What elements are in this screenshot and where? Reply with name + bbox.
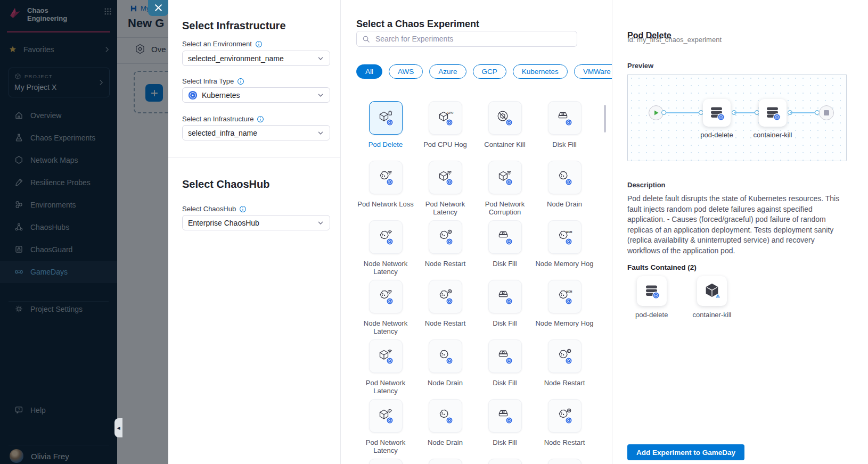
- experiment-icon: [496, 110, 513, 127]
- experiment-card[interactable]: Pod Network Latency: [356, 339, 415, 399]
- add-experiment-to-gameday-button[interactable]: Add Experiment to GameDay: [627, 444, 744, 460]
- experiment-card-tile[interactable]: [429, 459, 462, 464]
- sidebar-collapse-handle[interactable]: ◀: [114, 418, 122, 437]
- experiment-card[interactable]: Node Restart: [535, 399, 594, 459]
- experiment-card[interactable]: CPU Pod CPU Hog: [415, 101, 475, 161]
- experiment-card[interactable]: MEM Node Memory Hog: [535, 280, 594, 339]
- filter-pill[interactable]: All: [356, 64, 382, 79]
- experiment-card-tile[interactable]: [369, 161, 403, 194]
- experiment-card[interactable]: Node Network Latency: [356, 220, 415, 280]
- experiment-card[interactable]: Node Drain: [415, 339, 475, 399]
- experiment-search-input[interactable]: [374, 34, 571, 44]
- svg-text:MEM: MEM: [567, 230, 572, 233]
- experiment-icon: [377, 288, 394, 305]
- experiment-card-tile[interactable]: [369, 220, 403, 254]
- select-experiment-title: Select a Chaos Experiment: [356, 19, 479, 30]
- filter-pill[interactable]: AWS: [389, 64, 423, 79]
- environment-value: selected_environment_name: [188, 54, 284, 63]
- pipeline-node-pod-delete[interactable]: [703, 99, 731, 127]
- experiment-card[interactable]: Pod Network Latency: [356, 399, 415, 459]
- experiment-card-tile[interactable]: [369, 399, 403, 433]
- experiment-icon: [556, 408, 573, 425]
- experiment-card-tile[interactable]: [488, 459, 522, 464]
- experiment-card[interactable]: Node Restart: [535, 459, 594, 464]
- experiment-card[interactable]: Node Drain: [415, 459, 475, 464]
- experiment-card[interactable]: Pod Network Latency: [415, 161, 475, 220]
- experiment-card[interactable]: Node Drain: [535, 161, 594, 220]
- experiment-card-label: Node Memory Hog: [535, 260, 593, 268]
- kubernetes-icon: [188, 90, 198, 100]
- experiment-card[interactable]: MEM Node Memory Hog: [535, 220, 594, 280]
- experiment-card-tile[interactable]: [369, 459, 403, 464]
- experiment-card-tile[interactable]: [548, 339, 582, 373]
- experiment-card-tile[interactable]: [429, 220, 462, 254]
- info-icon[interactable]: [257, 115, 264, 123]
- experiment-card-tile[interactable]: MEM: [548, 220, 582, 254]
- experiment-card-tile[interactable]: [548, 459, 582, 464]
- experiment-card[interactable]: Disk Fill: [475, 220, 535, 280]
- experiment-card-tile[interactable]: [548, 161, 582, 194]
- info-icon[interactable]: [239, 205, 247, 213]
- filter-pill[interactable]: Azure: [429, 64, 466, 79]
- experiment-card-label: Node Drain: [428, 379, 463, 387]
- experiment-card-tile[interactable]: [369, 339, 403, 373]
- experiment-card-tile[interactable]: [488, 339, 522, 373]
- filter-pill[interactable]: Kubernetes: [513, 64, 568, 79]
- info-icon[interactable]: [237, 78, 244, 85]
- pipeline-preview: pod-delete container-kill: [627, 74, 847, 161]
- experiment-card[interactable]: Node Restart: [415, 220, 475, 280]
- experiment-icon: [496, 288, 513, 305]
- experiment-card[interactable]: Disk Fill: [535, 101, 594, 161]
- info-icon[interactable]: [255, 40, 263, 48]
- infra-type-select[interactable]: Kubernetes: [182, 87, 330, 103]
- experiment-card[interactable]: Pod Network Corruption: [475, 161, 535, 220]
- experiment-card-tile[interactable]: [429, 339, 462, 373]
- experiment-card[interactable]: Container Kill: [475, 101, 535, 161]
- fault-item[interactable]: pod-delete: [635, 276, 668, 319]
- chevron-down-icon: [317, 92, 324, 99]
- experiment-card-tile[interactable]: [548, 399, 582, 433]
- experiment-card-tile[interactable]: [369, 101, 403, 135]
- experiment-card[interactable]: Disk Fill: [475, 339, 535, 399]
- experiment-detail-panel: Pod Delete Id: my_first_chaos_experiment…: [612, 0, 868, 464]
- fault-item[interactable]: A container-kill: [692, 276, 731, 319]
- experiment-card-label: Disk Fill: [493, 319, 517, 327]
- experiment-card[interactable]: Disk Fill: [475, 459, 535, 464]
- experiment-card-tile[interactable]: CPU: [429, 101, 462, 135]
- experiment-card[interactable]: Disk Fill: [475, 399, 535, 459]
- filter-pill[interactable]: VMWare: [574, 64, 612, 79]
- experiment-card[interactable]: Node Drain: [415, 399, 475, 459]
- experiment-card-tile[interactable]: [488, 161, 522, 194]
- experiment-card-label: Disk Fill: [493, 379, 517, 387]
- modal-close-button[interactable]: [148, 0, 168, 16]
- grid-scrollbar[interactable]: [604, 105, 606, 132]
- experiment-card[interactable]: Node Restart: [415, 280, 475, 339]
- environment-select[interactable]: selected_environment_name: [182, 51, 330, 66]
- experiment-card-tile[interactable]: MEM: [548, 280, 582, 313]
- experiment-card[interactable]: Pod Network Loss: [356, 161, 415, 220]
- chaoshub-select[interactable]: Enterprise ChaosHub: [182, 215, 330, 230]
- experiment-card-tile[interactable]: [429, 161, 462, 194]
- experiment-card-tile[interactable]: [429, 399, 462, 433]
- experiment-card-tile[interactable]: [488, 220, 522, 254]
- experiment-card-label: Pod Network Latency: [356, 438, 415, 454]
- experiment-card[interactable]: Node Network Latency: [356, 280, 415, 339]
- experiment-card[interactable]: Node Restart: [535, 339, 594, 399]
- infrastructure-label: Select an Infrastructure: [182, 115, 264, 123]
- filter-pill[interactable]: GCP: [473, 64, 506, 79]
- modal-backdrop[interactable]: [0, 0, 168, 464]
- experiment-card[interactable]: Pod Delete: [356, 101, 415, 161]
- experiment-card-tile[interactable]: [548, 101, 582, 135]
- experiment-card-tile[interactable]: [369, 280, 403, 313]
- infrastructure-select[interactable]: selected_infra_name: [182, 125, 330, 140]
- experiment-icon: [556, 348, 573, 365]
- experiment-card-tile[interactable]: [429, 280, 462, 313]
- experiment-card[interactable]: Pod Network Latency: [356, 459, 415, 464]
- fault-card: A: [697, 276, 727, 306]
- experiment-card-tile[interactable]: [488, 399, 522, 433]
- experiment-card[interactable]: Disk Fill: [475, 280, 535, 339]
- pipeline-node-container-kill[interactable]: [759, 99, 787, 127]
- pipeline-end-node[interactable]: [819, 105, 834, 120]
- experiment-card-tile[interactable]: [488, 101, 522, 135]
- experiment-card-tile[interactable]: [488, 280, 522, 313]
